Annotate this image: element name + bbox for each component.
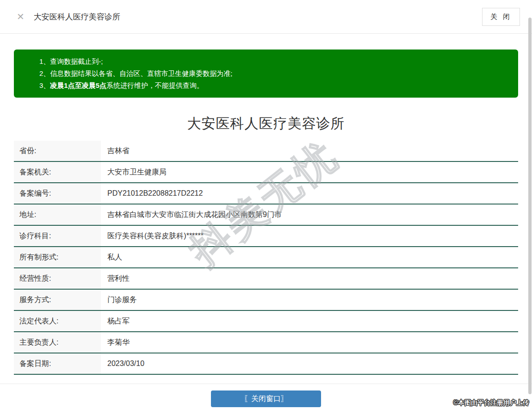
notice-line-text: 查询数据截止到-; bbox=[50, 57, 103, 65]
row-value: 医疗美容科(美容皮肤科)****** bbox=[101, 226, 518, 246]
row-value: PDY21012B22088217D2212 bbox=[101, 183, 518, 204]
table-row-province: 省份: 吉林省 bbox=[14, 141, 518, 162]
main-content: 1、查询数据截止到-; 2、信息数据结果以各省、自治区、直辖市卫生健康委数据为准… bbox=[0, 50, 532, 407]
row-label: 备案日期: bbox=[14, 353, 101, 374]
close-x-icon[interactable]: ✕ bbox=[17, 12, 25, 21]
row-label: 经营性质: bbox=[14, 268, 101, 289]
notice-line-text: 信息数据结果以各省、自治区、直辖市卫生健康委数据为准; bbox=[50, 69, 232, 77]
notice-line-number: 2、 bbox=[39, 69, 50, 77]
table-row-legal-representative: 法定代表人: 杨占军 bbox=[14, 311, 518, 332]
copyright-watermark: ©本图由平台注册用户上传 bbox=[453, 399, 529, 407]
notice-line-bold-text: 凌晨1点至凌晨5点 bbox=[50, 81, 106, 89]
notice-line-3: 3、凌晨1点至凌晨5点系统进行维护，不能提供查询。 bbox=[39, 80, 509, 92]
row-value: 2023/03/10 bbox=[101, 353, 518, 374]
table-row-filing-number: 备案编号: PDY21012B22088217D2212 bbox=[14, 183, 518, 204]
row-value: 杨占军 bbox=[101, 311, 518, 331]
row-label: 所有制形式: bbox=[14, 247, 101, 267]
notice-line-2: 2、信息数据结果以各省、自治区、直辖市卫生健康委数据为准; bbox=[39, 68, 509, 80]
row-value: 吉林省 bbox=[101, 141, 518, 161]
scrollbar-thumb[interactable] bbox=[528, 18, 532, 394]
row-value: 大安市卫生健康局 bbox=[101, 162, 518, 182]
info-table: 省份: 吉林省 备案机关: 大安市卫生健康局 备案编号: PDY21012B22… bbox=[14, 141, 518, 375]
row-value: 营利性 bbox=[101, 268, 518, 289]
window-title: 大安医科人医疗美容诊所 bbox=[34, 12, 482, 22]
table-row-diagnosis-subjects: 诊疗科目: 医疗美容科(美容皮肤科)****** bbox=[14, 226, 518, 247]
close-button[interactable]: 关 闭 bbox=[482, 8, 520, 26]
notice-box: 1、查询数据截止到-; 2、信息数据结果以各省、自治区、直辖市卫生健康委数据为准… bbox=[14, 50, 518, 98]
row-value: 私人 bbox=[101, 247, 518, 267]
close-window-button[interactable]: 〖关闭窗口〗 bbox=[211, 390, 321, 407]
table-row-ownership: 所有制形式: 私人 bbox=[14, 247, 518, 268]
row-value: 李菊华 bbox=[101, 332, 518, 353]
notice-line-number: 1、 bbox=[39, 57, 50, 65]
row-label: 主要负责人: bbox=[14, 332, 101, 353]
table-row-filing-authority: 备案机关: 大安市卫生健康局 bbox=[14, 162, 518, 183]
page-title: 大安医科人医疗美容诊所 bbox=[14, 114, 518, 133]
notice-line-1: 1、查询数据截止到-; bbox=[39, 56, 509, 68]
row-label: 诊疗科目: bbox=[14, 226, 101, 246]
notice-line-number: 3、 bbox=[39, 81, 50, 89]
row-value: 吉林省白城市大安市临江街大成花园小区南数第9门市 bbox=[101, 204, 518, 225]
table-row-address: 地址: 吉林省白城市大安市临江街大成花园小区南数第9门市 bbox=[14, 204, 518, 226]
row-label: 备案机关: bbox=[14, 162, 101, 182]
row-label: 服务方式: bbox=[14, 290, 101, 310]
notice-line-text: 系统进行维护，不能提供查询。 bbox=[106, 81, 204, 89]
row-value: 门诊服务 bbox=[101, 290, 518, 310]
row-label: 法定代表人: bbox=[14, 311, 101, 331]
footer: 〖关闭窗口〗 bbox=[14, 384, 518, 407]
table-row-filing-date: 备案日期: 2023/03/10 bbox=[14, 353, 518, 375]
row-label: 地址: bbox=[14, 204, 101, 225]
table-row-main-person-in-charge: 主要负责人: 李菊华 bbox=[14, 332, 518, 353]
window-titlebar: ✕ 大安医科人医疗美容诊所 关 闭 bbox=[0, 0, 532, 34]
table-row-business-nature: 经营性质: 营利性 bbox=[14, 268, 518, 290]
table-row-service-mode: 服务方式: 门诊服务 bbox=[14, 290, 518, 311]
row-label: 备案编号: bbox=[14, 183, 101, 204]
row-label: 省份: bbox=[14, 141, 101, 161]
